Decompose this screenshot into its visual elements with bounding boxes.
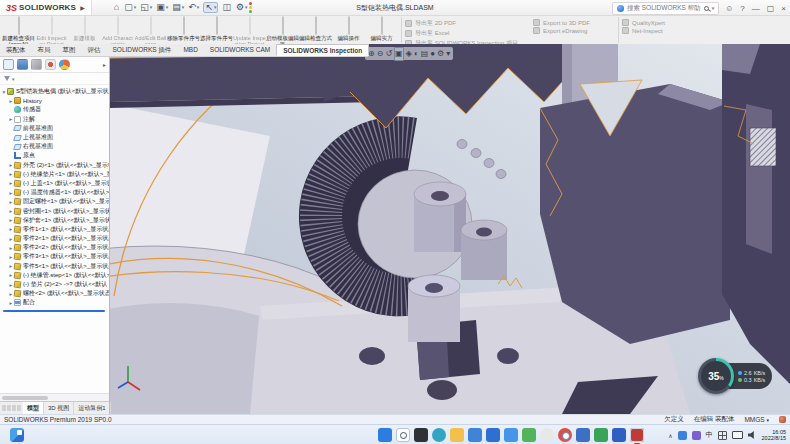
- tree-item[interactable]: ▸ 保护套<1> (默认<<默认>_显示状: [1, 216, 109, 225]
- status-units-selector[interactable]: MMGS ▾: [744, 416, 769, 423]
- edit-inspection-method-button[interactable]: 编辑检查方式: [299, 17, 332, 42]
- tree-item[interactable]: ▸ 密封圈<1> (默认<<默认>_显示状: [1, 206, 109, 215]
- command-manager-tab[interactable]: 布局: [32, 44, 57, 56]
- status-tray-icon[interactable]: [779, 416, 786, 423]
- search-dropdown-icon[interactable]: ▾: [712, 5, 715, 11]
- volume-icon[interactable]: [748, 431, 757, 439]
- taskbar-file-explorer-icon[interactable]: [450, 428, 464, 442]
- tree-item[interactable]: ▾ S型铠装热电偶 (默认<默认_显示状态-1>: [1, 87, 109, 96]
- tree-filter-row[interactable]: ▾: [0, 73, 109, 85]
- options-icon[interactable]: ⚙▾: [236, 3, 248, 12]
- tree-item[interactable]: 前视基准面: [1, 124, 109, 133]
- display-style-icon[interactable]: ◐: [414, 48, 419, 60]
- ime-mode-icon[interactable]: [718, 431, 727, 440]
- remove-balloons-button[interactable]: 移除零件序号: [167, 17, 200, 42]
- print-icon[interactable]: ▤▾: [172, 3, 184, 12]
- taskbar-wps-icon[interactable]: [594, 428, 608, 442]
- tree-item[interactable]: ▸ 固定螺栓<1> (默认<<默认>_显示: [1, 197, 109, 206]
- section-view-icon[interactable]: ▣: [394, 47, 404, 61]
- command-manager-tab[interactable]: 草图: [57, 44, 82, 56]
- add-edit-balloons-button[interactable]: Add/Edit Balloons: [134, 17, 167, 47]
- taskbar-mail-icon[interactable]: [468, 428, 482, 442]
- new-inspection-project-button[interactable]: 新建检查项目 (amp;N): [2, 17, 35, 47]
- edit-operation-button[interactable]: 编辑操作: [332, 17, 365, 42]
- display-tray-icon[interactable]: [732, 431, 743, 439]
- graphics-viewport[interactable]: ⊕⊖↺▣◈◐▤●⚙▾ 35% 2.6KB/s0.3KB/s: [110, 44, 790, 414]
- performance-overlay[interactable]: 35% 2.6KB/s0.3KB/s: [698, 358, 772, 394]
- taskbar-browser-icon[interactable]: [540, 428, 554, 442]
- scrollbar-thumb[interactable]: [2, 396, 48, 400]
- taskbar-clock[interactable]: 16:05 2022/8/15: [762, 429, 786, 442]
- tray-app-icon-blue[interactable]: [678, 431, 687, 440]
- tree-item[interactable]: ▸ (-) 绝缘垫片<1> (默认<<默认>_显: [1, 170, 109, 179]
- taskbar-edge-icon[interactable]: [432, 428, 446, 442]
- home-icon[interactable]: ⌂: [114, 3, 120, 12]
- update-inspection-project-button[interactable]: Update Inspection Project: [233, 17, 266, 47]
- model-canvas[interactable]: [110, 44, 790, 414]
- restore-button[interactable]: ▢: [767, 4, 775, 13]
- taskbar-start-button[interactable]: [378, 428, 392, 442]
- apply-scene-icon[interactable]: ⚙: [437, 48, 444, 60]
- tree-item[interactable]: ▸ (-) 绝缘管.step<1> (默认<<默认>: [1, 271, 109, 280]
- dropdown-arrow-icon[interactable]: ▾: [134, 3, 137, 12]
- inner-cylinder-2[interactable]: [461, 220, 507, 280]
- dropdown-arrow-icon[interactable]: ▾: [166, 3, 169, 12]
- panel-tab-overflow-icon[interactable]: ▸: [103, 61, 106, 68]
- view-settings-icon[interactable]: ▾: [446, 48, 450, 60]
- tree-item[interactable]: 上视基准面: [1, 133, 109, 142]
- taskbar-active-app-icon[interactable]: [630, 428, 644, 442]
- previous-view-icon[interactable]: ↺: [385, 48, 392, 60]
- export-excel-button[interactable]: 导出至 Excel: [405, 29, 533, 38]
- featuremanager-tree-tab[interactable]: [3, 59, 14, 70]
- tree-item[interactable]: ▸ 零件1<1> (默认<<默认>_显示状态: [1, 225, 109, 234]
- tray-app-icon-purple[interactable]: [692, 431, 701, 440]
- command-manager-tab[interactable]: SOLIDWORKS Inspection: [276, 44, 369, 56]
- ime-language-indicator[interactable]: 中: [706, 430, 713, 440]
- command-manager-tab[interactable]: MBD: [177, 44, 203, 56]
- dropdown-arrow-icon[interactable]: ▾: [182, 3, 185, 12]
- tree-item[interactable]: ▸ 螺栓<2> (默认<<默认>_显示状态: [1, 289, 109, 298]
- rebuild-traffic-light-icon[interactable]: [248, 2, 253, 13]
- zoom-to-area-icon[interactable]: ⊖: [377, 48, 384, 60]
- dimxpertmanager-tab[interactable]: [45, 59, 56, 70]
- units-dropdown-icon[interactable]: ▾: [766, 417, 769, 423]
- command-manager-tab[interactable]: SOLIDWORKS 插件: [107, 44, 178, 56]
- tree-item[interactable]: ▸ History: [1, 96, 109, 105]
- tree-item[interactable]: 传感器: [1, 105, 109, 114]
- tree-item[interactable]: 右视基准面: [1, 142, 109, 151]
- configurationmanager-tab[interactable]: [31, 59, 42, 70]
- model-tab[interactable]: 3D 视图: [44, 402, 74, 414]
- tree-item[interactable]: ▸ 零件3<1> (默认<<默认>_显示状态: [1, 252, 109, 261]
- propertymanager-tab[interactable]: [17, 59, 28, 70]
- tab-scroll-arrows[interactable]: [0, 402, 23, 414]
- edit-inspection-project-button[interactable]: Edit Inspection Project: [35, 17, 68, 47]
- menu-expand-arrow-icon[interactable]: ▶: [80, 4, 85, 11]
- displaymanager-tab[interactable]: [59, 59, 70, 70]
- dropdown-arrow-icon[interactable]: ▾: [197, 3, 200, 12]
- taskbar-onedrive-icon[interactable]: [504, 428, 518, 442]
- undo-icon[interactable]: ↶▾: [188, 3, 199, 12]
- taskbar-store-icon[interactable]: [486, 428, 500, 442]
- help-icon[interactable]: ?: [740, 4, 744, 13]
- tree-item[interactable]: ▸ 零件2<2> (默认<<默认>_显示状态: [1, 243, 109, 252]
- select-icon[interactable]: ↖▾: [203, 2, 218, 13]
- tree-item[interactable]: ▸ 外壳 (2)<1> (默认<<默认>_显示状: [1, 161, 109, 170]
- tree-item[interactable]: ▸ (-) 上盖<1> (默认<<默认>_显示状: [1, 179, 109, 188]
- minimize-button[interactable]: —: [752, 4, 760, 13]
- tree-item[interactable]: ▸ (-) 垫片 (2)<2> ->? (默认<<默认: [1, 280, 109, 289]
- launch-template-editor-button[interactable]: 启动模板编辑器: [266, 17, 299, 47]
- hidden-icons-chevron[interactable]: ∧: [668, 432, 672, 439]
- hide-show-items-icon[interactable]: ▤: [421, 48, 429, 60]
- command-manager-tab[interactable]: 评估: [82, 44, 107, 56]
- sectioned-block-right[interactable]: [540, 80, 730, 344]
- new-document-icon[interactable]: ▢▾: [124, 3, 136, 12]
- view-orientation-icon[interactable]: ◈: [406, 48, 412, 60]
- taskbar-task-view-button[interactable]: [414, 428, 428, 442]
- tree-item[interactable]: ▸ 零件2<1> (默认<<默认>_显示状态: [1, 234, 109, 243]
- tree-item[interactable]: ▸ 注解: [1, 115, 109, 124]
- edit-appearance-icon[interactable]: ●: [430, 48, 435, 60]
- export-edrawing-button[interactable]: Export eDrawing: [533, 27, 615, 34]
- widgets-button[interactable]: [10, 428, 24, 442]
- taskbar-chrome-icon[interactable]: [558, 428, 572, 442]
- export-2d-pdf-button[interactable]: 导出至 2D PDF: [405, 19, 533, 28]
